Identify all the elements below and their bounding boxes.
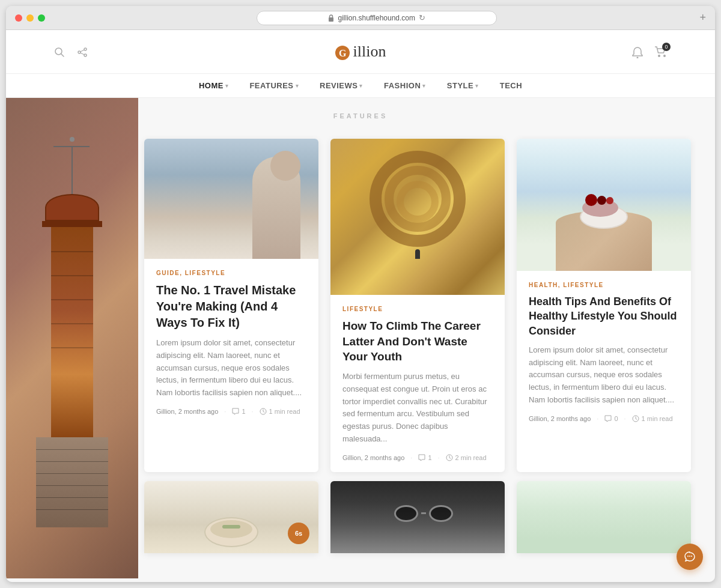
chat-fab-button[interactable] <box>677 544 703 570</box>
nav-features[interactable]: FEATURES ▾ <box>249 81 299 90</box>
card-travel-image <box>144 139 318 259</box>
comment-icon <box>232 408 239 415</box>
header-left <box>54 46 88 58</box>
site-navigation: HOME ▾ FEATURES ▾ REVIEWS ▾ FASHION ▾ ST… <box>6 74 715 98</box>
card-travel-excerpt: Lorem ipsum dolor sit amet, consectetur … <box>156 337 306 399</box>
traffic-lights <box>15 14 45 22</box>
card-career-body: LIFESTYLE How To Climb The Career Latter… <box>330 295 505 472</box>
svg-point-3 <box>84 48 87 50</box>
browser-titlebar: gillion.shufflehound.com ↻ + <box>6 6 715 30</box>
card-health: HEALTH, LIFESTYLE Health Tips And Benefi… <box>517 139 691 472</box>
card-partial-3-image <box>517 481 691 553</box>
nav-tech[interactable]: TECH <box>500 81 522 90</box>
card-travel-body: GUIDE, LIFESTYLE The No. 1 Travel Mistak… <box>144 259 318 426</box>
svg-point-10 <box>637 56 639 58</box>
comment-icon-3 <box>604 415 612 422</box>
main-content: FeaTuRES <box>6 98 715 578</box>
svg-point-4 <box>78 51 81 53</box>
card-career-title[interactable]: How To Climb The Career Latter And Don't… <box>342 318 493 365</box>
card-travel-comments: 1 <box>232 408 245 415</box>
nav-fashion[interactable]: FASHION ▾ <box>384 81 426 90</box>
nav-style[interactable]: STYLE ▾ <box>447 81 479 90</box>
nav-home-arrow: ▾ <box>225 83 229 89</box>
svg-text:G: G <box>339 48 347 58</box>
cards-grid: GUIDE, LIFESTYLE The No. 1 Travel Mistak… <box>132 127 715 484</box>
chat-fab-icon <box>684 551 696 563</box>
new-tab-button[interactable]: + <box>699 11 706 24</box>
card-cooking: 6s COOKING, FOOD <box>144 481 318 553</box>
comment-icon-2 <box>418 454 425 461</box>
cart-badge: 0 <box>662 43 671 51</box>
notification-icon[interactable] <box>632 45 643 58</box>
svg-point-11 <box>658 55 660 57</box>
nav-features-arrow: ▾ <box>296 83 299 89</box>
browser-window: gillion.shufflehound.com ↻ + <box>6 6 715 582</box>
card-cooking-image: 6s <box>144 481 318 553</box>
card-health-title[interactable]: Health Tips And Benefits Of Healthy Life… <box>529 294 679 338</box>
card-travel-category: GUIDE, LIFESTYLE <box>156 270 306 276</box>
card-health-readtime: 1 min read <box>632 415 673 422</box>
svg-point-12 <box>663 55 666 57</box>
svg-point-5 <box>84 54 87 56</box>
card-career-excerpt: Morbi fermentum purus metus, eu consequa… <box>342 371 493 446</box>
card-travel: GUIDE, LIFESTYLE The No. 1 Travel Mistak… <box>144 139 318 472</box>
logo-text: illion <box>353 43 386 61</box>
header-right: 0 <box>632 45 667 58</box>
nav-reviews-arrow: ▾ <box>359 83 363 89</box>
card-health-excerpt: Lorem ipsum dolor sit amet, consectetur … <box>529 344 679 407</box>
card-travel-readtime: 1 min read <box>260 408 300 415</box>
search-icon[interactable] <box>54 46 65 58</box>
nav-reviews[interactable]: REVIEWS ▾ <box>320 81 363 90</box>
card-health-body: HEALTH, LIFESTYLE Health Tips And Benefi… <box>517 271 691 433</box>
lock-icon <box>328 14 334 22</box>
address-bar: gillion.shufflehound.com ↻ <box>54 11 699 25</box>
card-health-comments: 0 <box>604 415 618 422</box>
card-career-author: Gillion, 2 months ago <box>342 454 404 461</box>
site-header: G illion 0 <box>6 30 715 74</box>
svg-point-16 <box>687 556 689 557</box>
card-health-meta: Gillion, 2 months ago · 0 · <box>529 415 679 422</box>
svg-line-7 <box>81 53 84 55</box>
svg-point-18 <box>691 556 692 557</box>
card-career-comments: 1 <box>418 454 431 461</box>
url-input[interactable]: gillion.shufflehound.com ↻ <box>257 11 497 25</box>
card-health-author: Gillion, 2 months ago <box>529 415 591 422</box>
featured-label: FeaTuRES <box>333 103 388 129</box>
logo-letter-g: G <box>334 42 351 61</box>
svg-line-6 <box>81 50 84 52</box>
share-icon[interactable] <box>77 46 88 58</box>
second-row-cards: 6s COOKING, FOOD <box>132 481 715 553</box>
card-health-image <box>517 139 691 271</box>
card-partial-3 <box>517 481 691 553</box>
featured-section: FeaTuRES <box>6 98 715 127</box>
card-career-readtime: 2 min read <box>446 454 487 461</box>
slideshow-badge: 6s <box>288 523 309 544</box>
browser-content: G illion 0 <box>6 30 715 582</box>
clock-icon-3 <box>632 415 639 422</box>
card-sunglasses <box>330 481 505 553</box>
nav-style-arrow: ▾ <box>475 83 479 89</box>
svg-point-17 <box>689 556 690 557</box>
card-career-meta: Gillion, 2 months ago · 1 · <box>342 454 493 461</box>
svg-rect-0 <box>329 17 333 22</box>
card-career-image <box>330 139 505 295</box>
card-career-category: LIFESTYLE <box>342 306 493 312</box>
cart-icon-wrap[interactable]: 0 <box>655 46 667 58</box>
url-text: gillion.shufflehound.com <box>338 14 415 22</box>
card-travel-meta: Gillion, 2 months ago · 1 · <box>156 408 306 415</box>
nav-home[interactable]: HOME ▾ <box>199 81 229 90</box>
minimize-button[interactable] <box>26 14 34 22</box>
reload-icon[interactable]: ↻ <box>419 13 425 22</box>
card-sunglasses-image <box>330 481 505 553</box>
card-travel-author: Gillion, 2 months ago <box>156 408 218 415</box>
clock-icon-2 <box>446 454 453 461</box>
nav-fashion-arrow: ▾ <box>422 83 426 89</box>
card-health-category: HEALTH, LIFESTYLE <box>529 282 679 288</box>
site-logo[interactable]: G illion <box>334 42 386 61</box>
maximize-button[interactable] <box>38 14 45 22</box>
clock-icon <box>260 408 267 415</box>
close-button[interactable] <box>15 14 22 22</box>
card-travel-title[interactable]: The No. 1 Travel Mistake You're Making (… <box>156 282 306 331</box>
lighthouse-background <box>6 98 138 578</box>
svg-line-2 <box>61 53 64 56</box>
